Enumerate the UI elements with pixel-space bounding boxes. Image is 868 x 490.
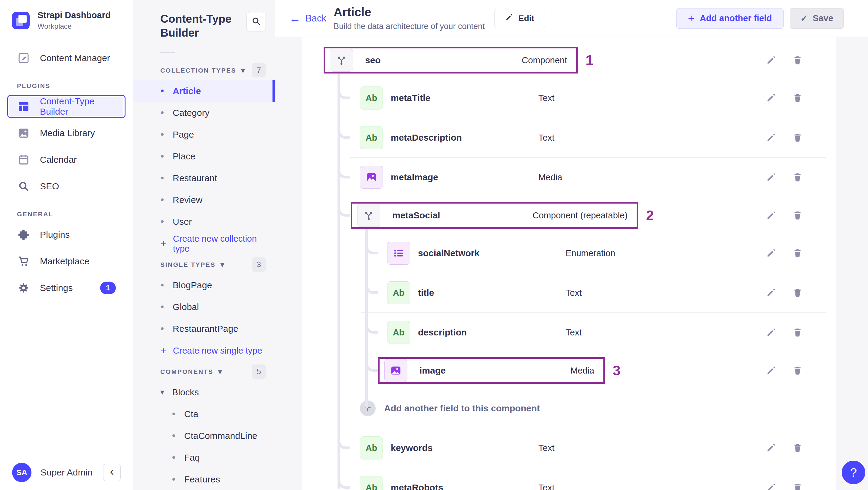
delete-field-button[interactable] [792,248,803,258]
edit-field-button[interactable] [766,365,776,376]
delete-field-button[interactable] [792,442,803,453]
subnav-item-label: Review [173,195,202,205]
media-field-icon [384,359,407,382]
plugins-section-header: PLUGINS [7,73,125,95]
sidebar-item-restaurantpage[interactable]: RestaurantPage [133,318,275,340]
delete-field-button[interactable] [792,327,803,338]
back-link[interactable]: ← Back [289,13,326,24]
sidebar-item-ctacommandline[interactable]: CtaCommandLine [133,425,275,447]
edit-field-button[interactable] [766,327,776,338]
plus-icon: + [160,238,166,249]
edit-field-button[interactable] [766,248,776,258]
sidebar-item-plugins[interactable]: Plugins [7,223,125,246]
delete-field-button[interactable] [792,482,803,490]
sidebar-item-marketplace[interactable]: Marketplace [7,250,125,273]
edit-field-button[interactable] [766,287,776,298]
sidebar-item-label: Media Library [40,128,95,138]
sidebar-item-faq[interactable]: Faq [133,447,275,468]
search-button[interactable] [247,12,266,31]
field-type: Media [570,366,594,376]
sidebar-item-page[interactable]: Page [133,124,275,146]
create-single-type-link[interactable]: + Create new single type [133,340,275,362]
field-type: Media [538,173,562,182]
edit-field-button[interactable] [766,482,776,490]
single-types-header[interactable]: SINGLE TYPES ▾ 3 [133,255,275,274]
page-header: ← Back Article Build the data architectu… [275,0,868,37]
highlight-box-2: metaSocial Component (repeatable) [351,202,638,229]
media-library-icon [17,126,30,140]
help-button[interactable]: ? [842,461,865,484]
components-group-blocks[interactable]: ▾ Blocks [133,381,275,403]
field-name: metaSocial [392,210,440,220]
sidebar-item-review[interactable]: Review [133,189,275,211]
delete-field-button[interactable] [792,132,803,143]
bullet-icon [161,284,164,286]
edit-field-button[interactable] [766,442,776,453]
edit-field-button[interactable] [766,172,776,183]
add-another-field-button[interactable]: + Add another field [676,8,784,29]
plus-icon: + [160,345,166,357]
edit-field-button[interactable] [766,210,776,221]
content-type-builder-icon [17,100,30,113]
subnav-item-label: Place [173,151,195,161]
sidebar-item-category[interactable]: Category [133,102,275,124]
bullet-icon [161,220,164,223]
page-subtitle: Build the data architecture of your cont… [334,22,485,31]
sidebar-item-place[interactable]: Place [133,146,275,167]
subnav-item-label: User [173,217,192,227]
save-button[interactable]: ✓ Save [790,8,844,29]
sidebar-item-article[interactable]: Article [133,80,275,102]
sidebar-item-cta[interactable]: Cta [133,403,275,425]
field-name: socialNetwork [418,248,479,258]
field-name: metaTitle [391,93,430,103]
edit-button[interactable]: Edit [495,9,545,28]
sidebar-item-seo[interactable]: SEO [7,175,125,198]
sidebar-item-media-library[interactable]: Media Library [7,122,125,145]
sidebar-item-user[interactable]: User [133,211,275,233]
field-type: Text [538,483,554,490]
edit-field-button[interactable] [766,55,776,66]
table-row-title: Ab title Text [303,273,827,312]
collection-types-header[interactable]: COLLECTION TYPES ▾ 7 [133,61,275,80]
bullet-icon [161,327,164,330]
field-type: Text [538,133,554,143]
delete-field-button[interactable] [792,55,803,66]
subnav-item-label: Features [184,474,220,485]
delete-field-button[interactable] [792,365,803,376]
subnav-item-label: Article [173,86,201,96]
sidebar-item-global[interactable]: Global [133,296,275,318]
create-collection-type-link[interactable]: + Create new collection type [133,233,275,255]
field-name: metaDescription [391,132,462,143]
components-header[interactable]: COMPONENTS ▾ 5 [133,362,275,381]
search-icon [251,16,261,28]
sidebar-item-blogpage[interactable]: BlogPage [133,274,275,296]
page-title: Article [334,5,485,19]
add-field-to-component-label: Add another field to this component [384,403,540,414]
sidebar-item-content-manager[interactable]: Content Manager [7,47,125,69]
collection-types-count: 7 [252,63,266,78]
text-field-icon: Ab [360,126,383,149]
sidebar-item-settings[interactable]: Settings 1 [7,276,125,300]
delete-field-button[interactable] [792,210,803,221]
bullet-icon [173,434,175,437]
delete-field-button[interactable] [792,172,803,183]
delete-field-button[interactable] [792,287,803,298]
sidebar-item-calendar[interactable]: Calendar [7,148,125,171]
sidebar-item-features[interactable]: Features [133,468,275,490]
edit-field-button[interactable] [766,93,776,103]
collapse-sidebar-button[interactable]: ‹ [103,464,121,481]
sidebar-item-restaurant[interactable]: Restaurant [133,167,275,189]
add-field-to-component-button[interactable]: + Add another field to this component [303,389,827,428]
group-header-label: COLLECTION TYPES [160,67,236,74]
divider [160,52,175,53]
highlight-box-1: seo Component [323,47,578,73]
main-sidebar: Strapi Dashboard Workplace Content Manag… [0,0,133,490]
edit-field-button[interactable] [766,132,776,143]
subnav-item-label: Category [173,108,210,118]
table-row-metatitle: Ab metaTitle Text [303,78,827,118]
component-field-icon [357,204,380,227]
sidebar-item-label: SEO [40,181,59,191]
subnav-item-label: Cta [184,409,198,419]
sidebar-item-content-type-builder[interactable]: Content-Type Builder [7,95,125,118]
delete-field-button[interactable] [792,93,803,103]
